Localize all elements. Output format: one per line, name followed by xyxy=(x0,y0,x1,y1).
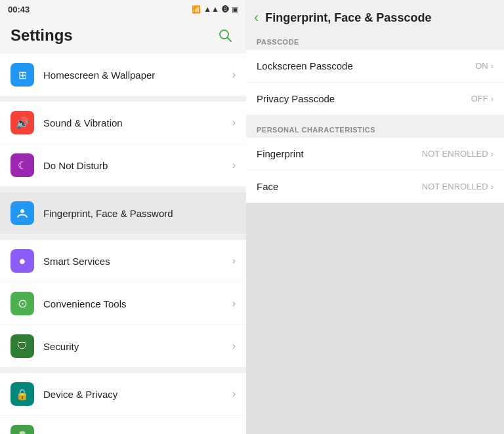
fingerprint-label: Fingerprint, Face & Password xyxy=(43,208,236,219)
sound-icon: 🔊 xyxy=(10,111,34,134)
homescreen-icon: ⊞ xyxy=(10,63,34,87)
deviceprivacy-label: Device & Privacy xyxy=(43,389,232,400)
chevron-icon: › xyxy=(232,340,236,352)
battery-menu-icon: 🔋 xyxy=(10,425,34,434)
fingerprint-detail-label: Fingerprint xyxy=(257,148,304,159)
privacy-passcode-label: Privacy Passcode xyxy=(257,93,335,104)
battery-label: Battery xyxy=(43,431,232,435)
lockscreen-passcode-value: ON › xyxy=(475,61,494,71)
lockscreen-passcode-label: Lockscreen Passcode xyxy=(257,60,353,71)
privacy-passcode-value: OFF › xyxy=(471,94,494,104)
svg-point-2 xyxy=(20,209,24,213)
homescreen-label: Homescreen & Wallpaper xyxy=(43,69,232,81)
passcode-section-header: PASSCODE xyxy=(246,33,504,50)
divider xyxy=(0,235,246,240)
left-panel: 00:43 📶 ▲▲ 🅑 ▣ Settings ⊞ Homescreen & W… xyxy=(0,0,246,434)
right-title: Fingerprint, Face & Passcode xyxy=(265,11,431,25)
privacy-passcode-item[interactable]: Privacy Passcode OFF › xyxy=(246,83,504,115)
chevron-icon: › xyxy=(232,431,236,434)
donotdisturb-label: Do Not Disturb xyxy=(43,160,232,171)
chevron-icon: › xyxy=(232,255,236,267)
divider xyxy=(0,187,246,192)
menu-item-smartservices[interactable]: ● Smart Services › xyxy=(0,240,246,282)
chevron-icon: › xyxy=(232,388,236,400)
conveniencetools-icon: ⊙ xyxy=(10,292,34,315)
wifi-icon: ▲▲ xyxy=(203,5,219,14)
signal-icon: 📶 xyxy=(192,5,201,14)
settings-title: Settings xyxy=(10,26,73,45)
menu-item-sound[interactable]: 🔊 Sound & Vibration › xyxy=(0,102,246,144)
security-label: Security xyxy=(43,341,232,352)
chevron-icon: › xyxy=(232,69,236,81)
menu-list: ⊞ Homescreen & Wallpaper › 🔊 Sound & Vib… xyxy=(0,54,246,434)
face-label: Face xyxy=(257,181,278,192)
menu-item-battery[interactable]: 🔋 Battery › xyxy=(0,416,246,434)
donotdisturb-icon: ☾ xyxy=(10,153,34,177)
chevron-icon: › xyxy=(232,298,236,309)
lockscreen-passcode-item[interactable]: Lockscreen Passcode ON › xyxy=(246,50,504,82)
back-button[interactable]: ‹ xyxy=(254,10,259,25)
right-panel: ‹ Fingerprint, Face & Passcode PASSCODE … xyxy=(246,0,504,434)
section-gap xyxy=(246,115,504,121)
menu-item-donotdisturb[interactable]: ☾ Do Not Disturb › xyxy=(0,144,246,186)
security-icon: 🛡 xyxy=(10,334,34,358)
bt-icon: 🅑 xyxy=(222,5,229,13)
smartservices-icon: ● xyxy=(10,249,34,273)
face-item[interactable]: Face NOT ENROLLED › xyxy=(246,170,504,203)
smartservices-label: Smart Services xyxy=(43,256,232,267)
status-icons: 📶 ▲▲ 🅑 ▣ xyxy=(192,5,238,14)
svg-line-1 xyxy=(228,38,232,42)
sound-label: Sound & Vibration xyxy=(43,117,232,128)
menu-item-deviceprivacy[interactable]: 🔒 Device & Privacy › xyxy=(0,373,246,415)
chevron-icon: › xyxy=(232,117,236,128)
personal-section-header: PERSONAL CHARACTERISTICS xyxy=(246,121,504,138)
chevron-icon: › xyxy=(232,159,236,171)
status-time: 00:43 xyxy=(8,5,30,14)
menu-item-conveniencetools[interactable]: ⊙ Convenience Tools › xyxy=(0,283,246,325)
search-icon xyxy=(218,28,232,43)
conveniencetools-label: Convenience Tools xyxy=(43,298,232,309)
fingerprint-detail-value: NOT ENROLLED › xyxy=(422,149,494,159)
divider xyxy=(0,368,246,373)
right-panel-bottom xyxy=(246,203,504,434)
status-bar: 00:43 📶 ▲▲ 🅑 ▣ xyxy=(0,0,246,18)
deviceprivacy-icon: 🔒 xyxy=(10,382,34,406)
divider xyxy=(0,96,246,102)
battery-icon: ▣ xyxy=(232,5,238,14)
menu-item-security[interactable]: 🛡 Security › xyxy=(0,325,246,367)
fingerprint-item[interactable]: Fingerprint NOT ENROLLED › xyxy=(246,138,504,170)
search-button[interactable] xyxy=(215,25,236,46)
settings-header: Settings xyxy=(0,18,246,54)
face-value: NOT ENROLLED › xyxy=(422,182,494,191)
right-header: ‹ Fingerprint, Face & Passcode xyxy=(246,0,504,33)
fingerprint-icon xyxy=(10,201,34,225)
menu-item-fingerprint[interactable]: Fingerprint, Face & Password xyxy=(0,192,246,234)
menu-item-homescreen[interactable]: ⊞ Homescreen & Wallpaper › xyxy=(0,54,246,96)
